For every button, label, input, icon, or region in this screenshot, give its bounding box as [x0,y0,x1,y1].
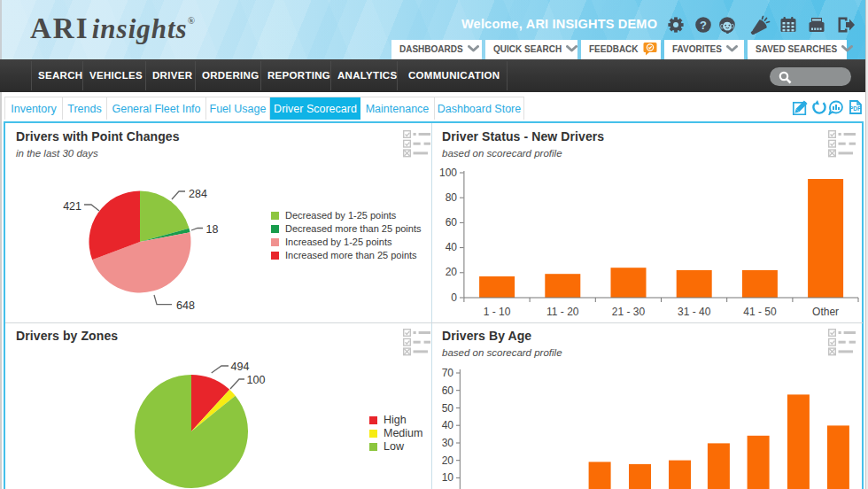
svg-text:18: 18 [206,223,219,236]
svg-text:50: 50 [442,402,454,415]
svg-text:31 - 40: 31 - 40 [678,306,711,318]
svg-text:60: 60 [442,384,454,397]
svg-text:Other: Other [812,306,839,318]
svg-text:20: 20 [446,266,458,278]
svg-text:40: 40 [442,419,454,431]
svg-text:30: 30 [442,437,454,449]
svg-text:100: 100 [439,167,457,179]
svg-text:PDF: PDF [849,105,861,112]
svg-text:20: 20 [442,454,454,467]
svg-text:21 - 30: 21 - 30 [612,306,646,318]
svg-text:80: 80 [446,191,458,204]
svg-text:?: ? [700,19,707,32]
svg-text:100: 100 [247,374,266,386]
svg-text:41 - 50: 41 - 50 [743,306,777,318]
svg-text:648: 648 [176,299,195,312]
svg-text:421: 421 [63,200,81,213]
svg-text:1 - 10: 1 - 10 [484,306,511,318]
svg-text:10: 10 [442,471,454,484]
svg-text:60: 60 [446,216,458,229]
svg-text:0: 0 [451,291,457,304]
svg-text:494: 494 [231,361,250,373]
svg-text:284: 284 [189,188,207,200]
svg-text:40: 40 [446,241,458,253]
svg-text:11 - 20: 11 - 20 [546,306,579,318]
svg-text:70: 70 [442,367,454,379]
